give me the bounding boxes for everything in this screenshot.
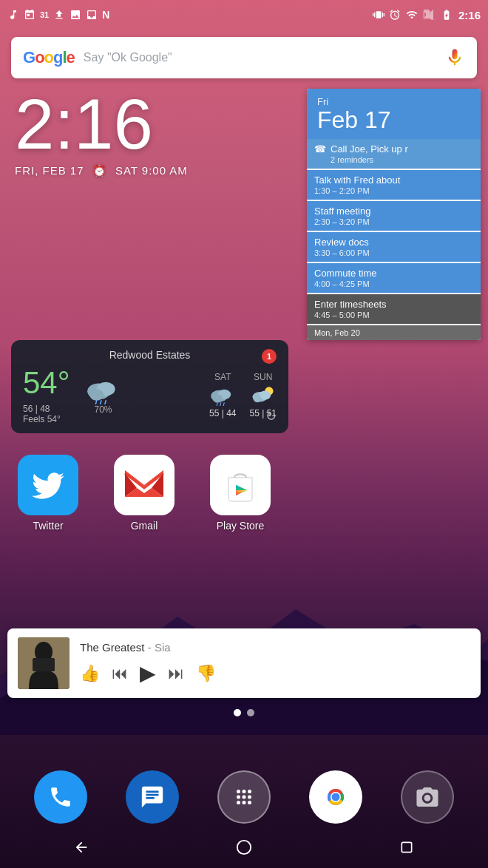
skip-forward-button[interactable]: ⏭	[168, 664, 184, 683]
alarm-icon	[389, 9, 401, 21]
search-bar[interactable]: Google Say "Ok Google"	[11, 37, 477, 78]
sat-cloud-icon	[209, 384, 236, 406]
sun-cloud-icon	[250, 384, 277, 406]
wifi-icon	[405, 9, 418, 21]
microphone-icon[interactable]	[444, 47, 465, 68]
svg-point-30	[248, 790, 251, 793]
event-title-0: Call Joe, Pick up r	[331, 143, 408, 155]
svg-point-33	[248, 796, 251, 799]
status-icons-left: 31 N	[7, 9, 109, 21]
calendar-event-1[interactable]: Talk with Fred about 1:30 – 2:20 PM	[307, 170, 481, 200]
svg-point-36	[248, 801, 251, 804]
playstore-label: Play Store	[217, 520, 265, 532]
status-bar: 31 N	[0, 0, 488, 30]
home-circle-icon	[236, 839, 252, 855]
event-title-1: Talk with Fred about	[314, 174, 473, 186]
reminder-icon: ☎	[314, 143, 326, 155]
app-icons-row: Twitter Gmail	[11, 455, 277, 532]
thumbs-up-button[interactable]: 👍	[80, 664, 100, 683]
page-indicator	[0, 709, 488, 716]
album-art-image	[18, 637, 70, 689]
weather-temperature: 54°	[23, 365, 70, 401]
dock-phone-button[interactable]	[34, 770, 87, 824]
recents-button[interactable]	[388, 829, 425, 866]
svg-point-42	[332, 793, 340, 801]
event-title-4: Commute time	[314, 268, 473, 279]
weather-humidity: 70%	[95, 404, 112, 415]
weather-location: Redwood Estates	[23, 349, 277, 361]
event-title-5: Enter timesheets	[314, 299, 473, 310]
svg-point-4	[89, 389, 104, 401]
svg-point-34	[237, 801, 240, 804]
clock-date: FRI, FEB 17 ⏰ SAT 9:00 AM	[15, 164, 188, 177]
page-dot-0[interactable]	[234, 709, 241, 716]
status-icons-right: 2:16	[373, 9, 481, 21]
twitter-app-item[interactable]: Twitter	[11, 455, 85, 532]
playstore-app-item[interactable]: Play Store	[203, 455, 277, 532]
n-icon: N	[102, 9, 109, 21]
svg-rect-45	[401, 842, 411, 852]
music-player: The Greatest - Sia 👍 ⏮ ▶ ⏭ 👎	[7, 628, 481, 698]
page-dot-1[interactable]	[247, 709, 254, 716]
back-arrow-icon	[73, 839, 89, 855]
play-store-icon-graphic	[221, 466, 260, 504]
gmail-app-item[interactable]: Gmail	[107, 455, 181, 532]
back-button[interactable]	[63, 829, 100, 866]
weather-details: 56 | 48 Feels 54°	[23, 404, 70, 424]
svg-point-32	[243, 796, 246, 799]
calendar-event-4[interactable]: Commute time 4:00 – 4:25 PM	[307, 263, 481, 293]
weather-high-low: 56 | 48	[23, 404, 50, 414]
dock-chrome-button[interactable]	[309, 770, 362, 824]
clock-widget: 2:16 FRI, FEB 17 ⏰ SAT 9:00 AM	[15, 89, 188, 177]
google-logo: Google	[23, 48, 75, 67]
twitter-label: Twitter	[33, 520, 63, 532]
inbox-icon	[86, 9, 98, 21]
svg-line-13	[223, 402, 224, 405]
calendar-header: Fri Feb 17	[307, 89, 481, 139]
phone-icon	[48, 784, 73, 810]
dock-messages-button[interactable]	[126, 770, 179, 824]
event-time-3: 3:30 – 6:00 PM	[314, 248, 473, 257]
svg-point-10	[213, 394, 223, 402]
messages-icon	[140, 784, 165, 810]
svg-rect-27	[33, 658, 55, 671]
twitter-bird-icon	[30, 467, 67, 503]
svg-point-17	[253, 395, 261, 402]
calendar-day-name: Fri	[317, 96, 470, 107]
dock-camera-button[interactable]	[401, 770, 454, 824]
weather-refresh-button[interactable]: ↻	[265, 408, 277, 424]
calendar-date-icon: 31	[40, 10, 49, 19]
calendar-event-5[interactable]: Enter timesheets 4:45 – 5:00 PM	[307, 294, 481, 324]
album-art	[18, 637, 70, 689]
event-subtitle-0: 2 reminders	[331, 155, 408, 164]
calendar-event-2[interactable]: Staff meeting 2:30 – 3:20 PM	[307, 201, 481, 231]
weather-alert[interactable]: 1	[262, 349, 277, 364]
calendar-date: Feb 17	[317, 107, 470, 133]
skip-back-button[interactable]: ⏮	[112, 664, 128, 683]
svg-point-29	[243, 790, 246, 793]
weather-main: 54° 56 | 48 Feels 54° 70% SAT	[23, 365, 277, 424]
event-time-1: 1:30 – 2:20 PM	[314, 186, 473, 195]
thumbs-down-button[interactable]: 👎	[196, 664, 216, 683]
signal-off-icon	[423, 9, 435, 21]
camera-icon	[414, 785, 441, 809]
home-button[interactable]	[226, 829, 262, 866]
clock-time: 2:16	[15, 89, 188, 160]
dock-apps-button[interactable]	[217, 770, 271, 824]
gmail-envelope-icon	[124, 470, 164, 500]
svg-line-12	[220, 402, 221, 405]
time-display: 2:16	[458, 9, 481, 21]
svg-point-44	[237, 841, 251, 854]
music-note-icon	[7, 9, 19, 21]
event-title-3: Review docs	[314, 237, 473, 248]
event-title-2: Staff meeting	[314, 206, 473, 217]
play-button[interactable]: ▶	[140, 661, 156, 685]
chrome-icon	[321, 782, 350, 812]
vibrate-icon	[373, 9, 384, 21]
calendar-event-0[interactable]: ☎ Call Joe, Pick up r 2 reminders	[307, 139, 481, 169]
calendar-icon	[24, 9, 35, 21]
calendar-widget: Fri Feb 17 ☎ Call Joe, Pick up r 2 remin…	[307, 89, 481, 340]
event-time-5: 4:45 – 5:00 PM	[314, 311, 473, 319]
recents-square-icon	[399, 840, 414, 855]
calendar-event-3[interactable]: Review docs 3:30 – 6:00 PM	[307, 232, 481, 262]
